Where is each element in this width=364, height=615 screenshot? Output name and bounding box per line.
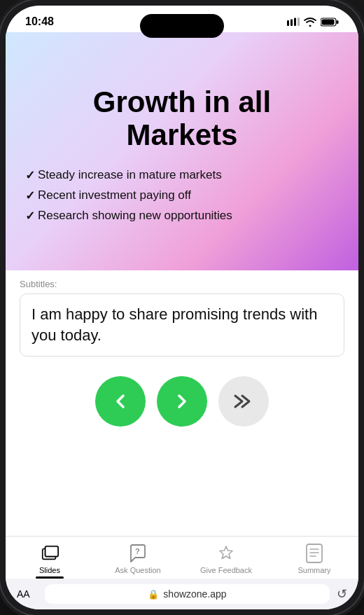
svg-rect-6 — [322, 19, 335, 25]
tab-slides[interactable]: Slides — [6, 544, 94, 574]
url-bar[interactable]: 🔒 showzone.app — [45, 584, 330, 604]
svg-rect-1 — [290, 20, 293, 27]
svg-rect-9 — [46, 547, 57, 556]
ask-question-icon: ? — [128, 544, 148, 563]
browser-bar: AA 🔒 showzone.app ↺ — [6, 579, 358, 609]
give-feedback-icon — [216, 544, 236, 563]
tab-ask-question-label: Ask Question — [115, 566, 160, 574]
skip-button[interactable] — [218, 376, 269, 427]
svg-rect-2 — [294, 18, 296, 27]
bullet-1: Steady increase in mature markets — [25, 168, 339, 183]
subtitle-text: I am happy to share promising trends wit… — [31, 305, 317, 344]
nav-buttons — [6, 364, 358, 438]
subtitle-box: I am happy to share promising trends wit… — [20, 293, 344, 357]
subtitle-section: Subtitles: I am happy to share promising… — [6, 270, 358, 364]
tab-give-feedback[interactable]: Give Feedback — [182, 544, 270, 574]
svg-text:?: ? — [135, 547, 140, 555]
svg-rect-0 — [287, 20, 289, 26]
url-text: showzone.app — [163, 588, 226, 600]
status-time: 10:48 — [25, 15, 54, 28]
battery-icon — [321, 18, 339, 27]
slide-area: Growth in all Markets Steady increase in… — [6, 32, 358, 270]
signal-icon — [287, 18, 300, 26]
svg-rect-5 — [337, 20, 339, 24]
bullet-3: Research showing new opportunities — [25, 209, 339, 223]
lock-icon: 🔒 — [148, 589, 159, 600]
phone-frame: 10:48 — [0, 0, 364, 615]
svg-rect-3 — [298, 18, 300, 26]
tab-give-feedback-label: Give Feedback — [200, 566, 252, 574]
reload-button[interactable]: ↺ — [337, 586, 347, 602]
tab-ask-question[interactable]: ? Ask Question — [94, 544, 182, 574]
status-bar: 10:48 — [6, 6, 358, 32]
next-button[interactable] — [157, 376, 207, 427]
status-icons — [287, 17, 339, 27]
summary-icon — [304, 544, 324, 563]
tab-bar: Slides ? Ask Question — [6, 536, 358, 579]
slide-content: Growth in all Markets Steady increase in… — [6, 32, 358, 270]
dynamic-island — [140, 14, 224, 38]
screen: 10:48 — [6, 6, 358, 609]
text-size-button[interactable]: AA — [17, 588, 38, 600]
tab-summary[interactable]: Summary — [270, 544, 358, 574]
slides-icon — [40, 544, 59, 563]
svg-rect-11 — [307, 544, 322, 562]
tab-active-indicator — [36, 576, 64, 579]
slide-bullets: Steady increase in mature markets Recent… — [25, 168, 339, 223]
bullet-2: Recent investment paying off — [25, 188, 339, 203]
prev-button[interactable] — [95, 376, 146, 427]
subtitle-label: Subtitles: — [20, 279, 344, 289]
tab-summary-label: Summary — [298, 566, 330, 574]
wifi-icon — [304, 17, 316, 27]
slide-title: Growth in all Markets — [25, 86, 339, 151]
tab-slides-label: Slides — [39, 566, 60, 574]
